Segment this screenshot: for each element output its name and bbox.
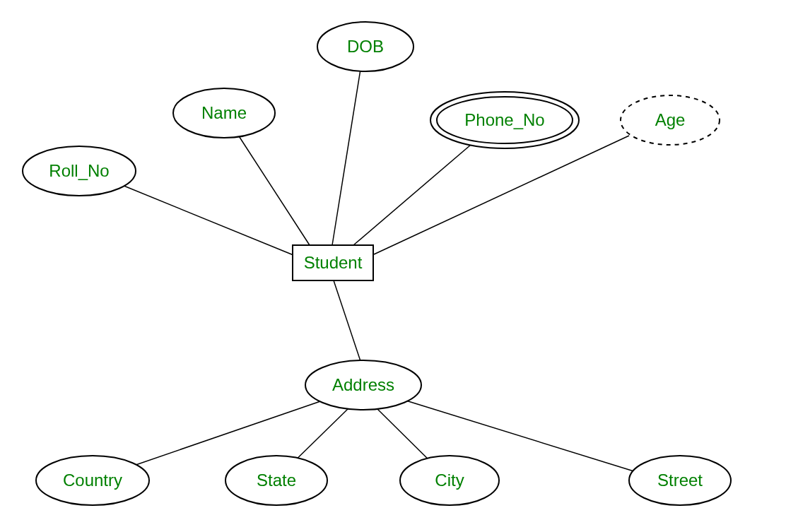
- attribute-age-label: Age: [655, 110, 686, 129]
- attribute-age: Age: [621, 95, 720, 145]
- attribute-state-label: State: [257, 471, 296, 490]
- attribute-street-label: Street: [657, 471, 703, 490]
- edge-student-rollno: [115, 182, 293, 255]
- attribute-address: Address: [305, 360, 421, 410]
- edge-student-dob: [332, 65, 361, 245]
- attribute-country: Country: [36, 456, 149, 505]
- attribute-country-label: Country: [63, 471, 122, 490]
- attribute-dob-label: DOB: [347, 37, 384, 56]
- attribute-name-label: Name: [201, 103, 247, 122]
- attribute-state: State: [225, 456, 327, 505]
- er-diagram: Student Roll_No Name DOB Phone_No Age Ad…: [0, 0, 786, 532]
- edge-student-address: [334, 280, 360, 361]
- entity-student: Student: [293, 245, 373, 280]
- attribute-phone-no-label: Phone_No: [464, 110, 544, 129]
- edge-student-phoneno: [353, 136, 481, 245]
- attribute-roll-no: Roll_No: [23, 146, 136, 196]
- edge-student-name: [235, 131, 310, 245]
- attribute-roll-no-label: Roll_No: [49, 161, 109, 180]
- entity-student-label: Student: [304, 253, 363, 272]
- attribute-phone-no: Phone_No: [430, 92, 579, 148]
- attribute-city: City: [400, 456, 499, 505]
- attribute-dob: DOB: [317, 22, 413, 71]
- attribute-city-label: City: [435, 471, 464, 490]
- attribute-name: Name: [173, 88, 275, 138]
- attribute-address-label: Address: [332, 375, 394, 394]
- attribute-street: Street: [629, 456, 731, 505]
